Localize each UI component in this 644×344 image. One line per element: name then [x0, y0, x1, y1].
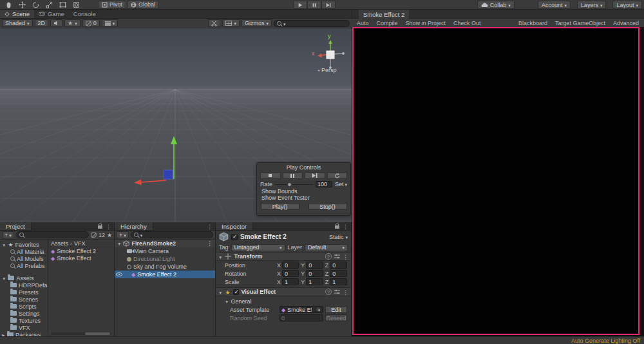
- tab-game[interactable]: Game: [34, 10, 69, 18]
- asset-template-field[interactable]: Smoke Effect: [279, 306, 323, 313]
- lock-icon[interactable]: [98, 225, 102, 229]
- breadcrumb-current[interactable]: VFX: [74, 240, 86, 247]
- reseed-button[interactable]: Reseed: [325, 314, 347, 321]
- save-search-icon[interactable]: [107, 231, 112, 238]
- lock-icon[interactable]: [335, 225, 339, 229]
- scale-x-field[interactable]: 1: [282, 278, 299, 285]
- presets-icon[interactable]: [334, 254, 340, 259]
- active-checkbox[interactable]: [231, 234, 238, 240]
- hidden-objects-button[interactable]: 0: [82, 19, 100, 27]
- foldout-icon[interactable]: [225, 298, 229, 305]
- grid-settings-dropdown[interactable]: [222, 19, 240, 27]
- global-toggle-button[interactable]: Global: [127, 1, 159, 9]
- tag-dropdown[interactable]: Untagged: [231, 244, 285, 251]
- object-picker-icon[interactable]: [316, 307, 321, 312]
- show-bounds-toggle[interactable]: Show Bounds: [260, 188, 347, 195]
- panel-menu-icon[interactable]: [207, 223, 213, 230]
- tab-inspector[interactable]: Inspector: [216, 222, 253, 230]
- folder-item[interactable]: Textures: [0, 317, 48, 324]
- 2d-toggle-button[interactable]: 2D: [35, 19, 49, 27]
- vfx-advanced-dropdown[interactable]: Advanced: [613, 20, 639, 26]
- vfx-step-button[interactable]: [305, 172, 325, 179]
- asset-row[interactable]: Smoke Effect: [48, 254, 114, 262]
- scene-menu-icon[interactable]: [207, 240, 215, 247]
- project-search-input[interactable]: [16, 231, 89, 238]
- hierarchy-add-button[interactable]: +: [117, 231, 129, 238]
- vfx-check-out-button[interactable]: Check Out: [453, 20, 481, 26]
- component-menu-icon[interactable]: [343, 289, 348, 296]
- show-event-tester-toggle[interactable]: Show Event Tester: [260, 195, 347, 201]
- vfx-stop-button[interactable]: [260, 172, 281, 179]
- vfx-graph-canvas[interactable]: [352, 27, 639, 335]
- scrollbar-thumb[interactable]: [85, 332, 110, 335]
- tool-settings-button[interactable]: [208, 19, 220, 27]
- audio-toggle-button[interactable]: [50, 19, 62, 27]
- axis-y-label[interactable]: y: [328, 33, 331, 39]
- foldout-icon[interactable]: [218, 289, 222, 296]
- transform-gizmo[interactable]: [129, 112, 187, 189]
- favorite-item[interactable]: All Materia: [0, 248, 48, 255]
- rate-value-field[interactable]: 100: [316, 181, 332, 187]
- hand-tool-button[interactable]: [2, 1, 15, 9]
- foldout-icon[interactable]: [2, 275, 6, 282]
- vfx-show-in-project-button[interactable]: Show in Project: [406, 20, 446, 26]
- tab-scene[interactable]: Scene: [0, 10, 34, 18]
- effects-dropdown[interactable]: [64, 19, 80, 27]
- favorite-item[interactable]: All Models: [0, 255, 48, 262]
- transform-tool-button[interactable]: [70, 1, 82, 9]
- move-tool-button[interactable]: [15, 1, 28, 9]
- rect-tool-button[interactable]: [56, 1, 69, 9]
- project-add-button[interactable]: +: [2, 231, 14, 238]
- general-foldout[interactable]: General: [216, 298, 351, 305]
- tab-project[interactable]: Project: [0, 222, 32, 230]
- layer-dropdown[interactable]: Default: [305, 244, 348, 251]
- edit-button[interactable]: Edit: [325, 306, 347, 313]
- visibility-eye-icon[interactable]: [116, 272, 122, 276]
- gizmos-dropdown[interactable]: Gizmos: [242, 19, 272, 27]
- folder-item[interactable]: Settings: [0, 310, 48, 317]
- rotation-z-field[interactable]: 0: [330, 270, 347, 277]
- tab-console[interactable]: Console: [69, 10, 100, 18]
- scale-y-field[interactable]: 1: [306, 278, 323, 285]
- hierarchy-scene-root[interactable]: FireAndSmoke2: [115, 240, 215, 247]
- camera-settings-dropdown[interactable]: [102, 19, 118, 27]
- folder-item[interactable]: Presets: [0, 289, 48, 296]
- component-menu-icon[interactable]: [343, 253, 348, 260]
- pause-button[interactable]: [307, 1, 321, 9]
- rotation-x-field[interactable]: 0: [282, 270, 299, 277]
- play-button[interactable]: [293, 1, 307, 9]
- vfx-compile-button[interactable]: Compile: [377, 20, 398, 26]
- folder-item[interactable]: VFX: [0, 324, 48, 331]
- play-event-button[interactable]: Play(): [261, 203, 299, 210]
- asset-row[interactable]: Smoke Effect 2: [48, 247, 114, 254]
- favorite-item[interactable]: All Prefabs: [0, 262, 48, 269]
- perspective-toggle[interactable]: Persp: [317, 67, 336, 73]
- collab-dropdown[interactable]: Collab: [477, 1, 515, 9]
- account-dropdown[interactable]: Account: [538, 1, 571, 9]
- vfx-pause-button[interactable]: [283, 172, 303, 179]
- step-button[interactable]: [321, 1, 336, 9]
- horizontal-scrollbar[interactable]: [51, 332, 111, 335]
- folder-item[interactable]: HDRPDefa: [0, 282, 48, 289]
- assets-root[interactable]: Assets: [0, 274, 48, 282]
- position-x-field[interactable]: 0: [282, 262, 299, 269]
- gameobject-name[interactable]: Smoke Effect 2: [240, 233, 287, 240]
- draw-mode-dropdown[interactable]: Shaded: [2, 19, 33, 27]
- foldout-icon[interactable]: [2, 242, 6, 248]
- scale-z-field[interactable]: 1: [330, 278, 347, 285]
- foldout-icon[interactable]: [2, 332, 5, 337]
- random-seed-field[interactable]: 0: [279, 314, 323, 321]
- folder-item[interactable]: Scenes: [0, 296, 48, 303]
- vfx-restart-button[interactable]: [327, 172, 348, 179]
- packages-root[interactable]: Packages: [0, 331, 48, 336]
- tab-vfx-graph[interactable]: Smoke Effect 2: [359, 10, 409, 19]
- panel-menu-icon[interactable]: [343, 223, 348, 230]
- visual-effect-component-header[interactable]: Visual Effect: [216, 287, 351, 296]
- rate-set-dropdown[interactable]: Set: [335, 181, 347, 187]
- rate-slider-handle[interactable]: [287, 182, 292, 187]
- component-enabled-checkbox[interactable]: [233, 289, 239, 295]
- position-z-field[interactable]: 0: [330, 262, 347, 269]
- panel-menu-icon[interactable]: [106, 223, 111, 230]
- rotate-tool-button[interactable]: [29, 1, 42, 9]
- auto-generate-lighting-status[interactable]: Auto Generate Lighting Off: [571, 338, 644, 344]
